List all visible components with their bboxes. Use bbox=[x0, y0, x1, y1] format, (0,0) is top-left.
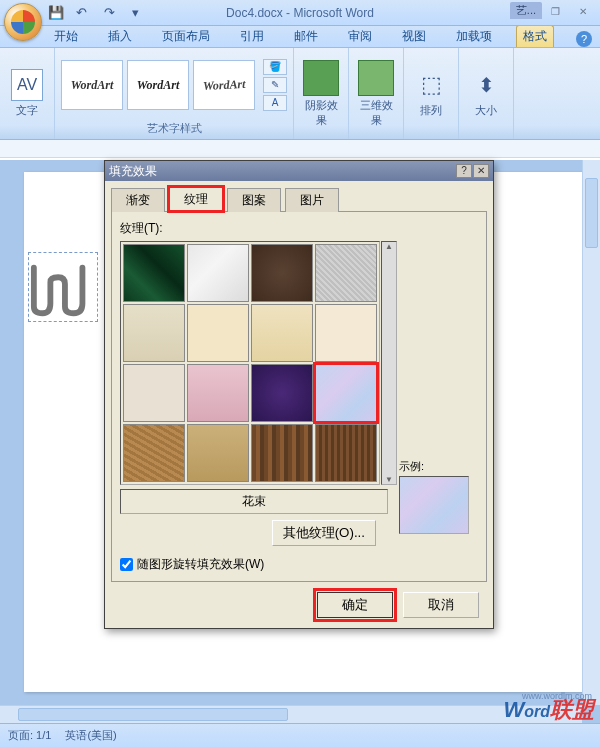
help-icon[interactable]: ? bbox=[576, 31, 592, 47]
texture-scrollbar[interactable] bbox=[381, 241, 397, 485]
horizontal-scrollbar[interactable] bbox=[0, 705, 582, 723]
arrange-label: 排列 bbox=[410, 103, 452, 118]
style-fill-outline: 🪣 ✎ A bbox=[263, 59, 287, 111]
vertical-scrollbar[interactable] bbox=[582, 160, 600, 705]
ok-button[interactable]: 确定 bbox=[317, 592, 393, 618]
status-language[interactable]: 英语(美国) bbox=[65, 728, 116, 743]
tab-view[interactable]: 视图 bbox=[396, 26, 432, 47]
texture-white-marble[interactable] bbox=[187, 244, 249, 302]
tab-mailings[interactable]: 邮件 bbox=[288, 26, 324, 47]
tab-pattern[interactable]: 图案 bbox=[227, 188, 281, 212]
cube-icon bbox=[358, 60, 394, 96]
restore-button[interactable]: ❐ bbox=[544, 6, 566, 20]
size-icon: ⬍ bbox=[470, 69, 502, 101]
group-arrange: ⬚排列 bbox=[404, 48, 459, 139]
texture-newsprint[interactable] bbox=[123, 304, 185, 362]
texture-canvas[interactable] bbox=[123, 364, 185, 422]
ribbon-tab-strip: 开始 插入 页面布局 引用 邮件 审阅 视图 加载项 格式 ? bbox=[0, 26, 600, 48]
texture-grid bbox=[120, 241, 380, 485]
watermark-red: 联盟 bbox=[550, 697, 594, 722]
qat-dropdown-icon[interactable]: ▾ bbox=[132, 5, 148, 21]
tab-pagelayout[interactable]: 页面布局 bbox=[156, 26, 216, 47]
wordart-style-1[interactable]: WordArt bbox=[61, 60, 123, 110]
dialog-buttons: 确定 取消 bbox=[105, 582, 493, 628]
wordart-gallery[interactable]: WordArt WordArt WordArt bbox=[61, 60, 255, 110]
sample-preview bbox=[399, 476, 469, 534]
texture-cork[interactable] bbox=[123, 424, 185, 482]
tab-picture[interactable]: 图片 bbox=[285, 188, 339, 212]
texture-medium-wood[interactable] bbox=[315, 424, 377, 482]
shadow-label: 阴影效果 bbox=[300, 98, 342, 128]
office-button[interactable] bbox=[4, 3, 42, 41]
redo-icon[interactable]: ↷ bbox=[104, 5, 120, 21]
texture-green-marble[interactable] bbox=[123, 244, 185, 302]
texture-bouquet[interactable] bbox=[315, 364, 377, 422]
shadow-icon bbox=[303, 60, 339, 96]
wordart-object[interactable] bbox=[28, 252, 98, 322]
tab-references[interactable]: 引用 bbox=[234, 26, 270, 47]
sample-area: 示例: bbox=[399, 459, 479, 534]
size-label: 大小 bbox=[465, 103, 507, 118]
save-icon[interactable]: 💾 bbox=[48, 5, 64, 21]
context-tab-label[interactable]: 艺... bbox=[510, 2, 542, 19]
scroll-thumb-v[interactable] bbox=[585, 178, 598, 248]
shape-outline-button[interactable]: ✎ bbox=[263, 77, 287, 93]
scroll-thumb-h[interactable] bbox=[18, 708, 288, 721]
rotate-fill-label: 随图形旋转填充效果(W) bbox=[137, 556, 264, 573]
watermark-ord: ord bbox=[524, 703, 550, 720]
cancel-button[interactable]: 取消 bbox=[403, 592, 479, 618]
texture-recycled-paper[interactable] bbox=[187, 304, 249, 362]
edit-text-button[interactable]: AV 文字 bbox=[6, 69, 48, 118]
dialog-content: 纹理(T): 花束 其他纹理(O) bbox=[111, 211, 487, 582]
shape-fill-button[interactable]: 🪣 bbox=[263, 59, 287, 75]
texture-parchment[interactable] bbox=[251, 304, 313, 362]
rotate-fill-input[interactable] bbox=[120, 558, 133, 571]
tab-review[interactable]: 审阅 bbox=[342, 26, 378, 47]
spacing-icon: AV bbox=[11, 69, 43, 101]
texture-walnut[interactable] bbox=[187, 424, 249, 482]
texture-stationery[interactable] bbox=[315, 304, 377, 362]
rotate-fill-checkbox[interactable]: 随图形旋转填充效果(W) bbox=[120, 550, 478, 573]
dialog-tabs: 渐变 纹理 图案 图片 bbox=[105, 181, 493, 211]
window-title: Doc4.docx - Microsoft Word bbox=[226, 6, 374, 20]
watermark-logo: Word联盟 bbox=[503, 695, 594, 725]
group-3d: 三维效果 bbox=[349, 48, 404, 139]
texture-brown-marble[interactable] bbox=[251, 244, 313, 302]
texture-pink-tissue[interactable] bbox=[187, 364, 249, 422]
arrange-button[interactable]: ⬚排列 bbox=[410, 69, 452, 118]
texture-purple-mesh[interactable] bbox=[251, 364, 313, 422]
dialog-titlebar[interactable]: 填充效果 ? ✕ bbox=[105, 161, 493, 181]
size-button[interactable]: ⬍大小 bbox=[465, 69, 507, 118]
wordart-style-2[interactable]: WordArt bbox=[127, 60, 189, 110]
quick-access-toolbar: 💾 ↶ ↷ ▾ bbox=[48, 5, 148, 21]
close-button[interactable]: ✕ bbox=[572, 6, 594, 20]
texture-name-display: 花束 bbox=[120, 489, 388, 514]
3d-effects-button[interactable]: 三维效果 bbox=[355, 60, 397, 128]
status-page[interactable]: 页面: 1/1 bbox=[8, 728, 51, 743]
tab-gradient[interactable]: 渐变 bbox=[111, 188, 165, 212]
tab-format[interactable]: 格式 bbox=[516, 25, 554, 47]
other-texture-button[interactable]: 其他纹理(O)... bbox=[272, 520, 376, 546]
group-shadow: 阴影效果 bbox=[294, 48, 349, 139]
texture-oak[interactable] bbox=[251, 424, 313, 482]
wordart-style-3[interactable]: WordArt bbox=[193, 60, 255, 110]
shadow-effects-button[interactable]: 阴影效果 bbox=[300, 60, 342, 128]
status-bar: 页面: 1/1 英语(美国) bbox=[0, 723, 600, 747]
arrange-icon: ⬚ bbox=[415, 69, 447, 101]
change-shape-button[interactable]: A bbox=[263, 95, 287, 111]
texture-granite[interactable] bbox=[315, 244, 377, 302]
tab-addins[interactable]: 加载项 bbox=[450, 26, 498, 47]
dialog-title: 填充效果 bbox=[109, 163, 456, 180]
horizontal-ruler[interactable] bbox=[0, 140, 600, 158]
tab-home[interactable]: 开始 bbox=[48, 26, 84, 47]
ribbon-body: AV 文字 WordArt WordArt WordArt 🪣 ✎ A 艺术字样… bbox=[0, 48, 600, 140]
dialog-help-button[interactable]: ? bbox=[456, 164, 472, 178]
group-text: AV 文字 bbox=[0, 48, 55, 139]
text-group-label: 文字 bbox=[6, 103, 48, 118]
undo-icon[interactable]: ↶ bbox=[76, 5, 92, 21]
title-bar: 💾 ↶ ↷ ▾ Doc4.docx - Microsoft Word 艺... … bbox=[0, 0, 600, 26]
tab-texture[interactable]: 纹理 bbox=[169, 187, 223, 211]
dialog-close-button[interactable]: ✕ bbox=[473, 164, 489, 178]
tab-insert[interactable]: 插入 bbox=[102, 26, 138, 47]
wordart-group-label: 艺术字样式 bbox=[147, 120, 202, 137]
